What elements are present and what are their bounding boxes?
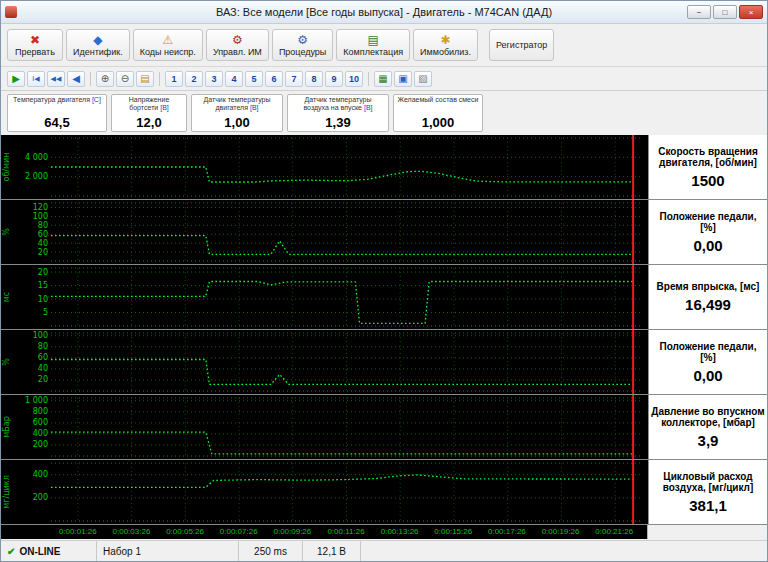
chart-plot-cyclic-air-flow[interactable]: 200400мг/цикл xyxy=(1,460,648,524)
equipment-button[interactable]: ▤Комплектация xyxy=(336,29,410,61)
main-toolbar: ✖Прервать◆Идентифик.⚠Коды неиспр.⚙Управл… xyxy=(1,24,767,67)
channel-10-button[interactable]: 10 xyxy=(345,71,363,87)
chart-trace xyxy=(51,167,633,182)
channel-6-button[interactable]: 6 xyxy=(265,71,283,87)
y-axis-unit-label: мс xyxy=(2,292,11,302)
toolbar-separator xyxy=(90,72,91,86)
svg-text:40: 40 xyxy=(38,364,48,373)
chart-title: Время впрыска, [мс] xyxy=(657,281,760,293)
copy-page-button[interactable]: ▤ xyxy=(136,71,154,87)
chart-plot-pedal-position-2[interactable]: 20406080100% xyxy=(1,330,648,394)
procedures-button[interactable]: ⚙Процедуры xyxy=(272,29,333,61)
time-label: 0:00:09:26 xyxy=(273,527,311,536)
time-label: 0:00:11:26 xyxy=(327,527,364,536)
save-icon: ▣ xyxy=(398,73,407,84)
save-button[interactable]: ▣ xyxy=(394,71,412,87)
chart-title: Давление во впускном коллекторе, [мбар] xyxy=(651,406,765,429)
status-voltage: 12,1 В xyxy=(303,541,361,561)
chart-plot-engine-speed[interactable]: 2 0004 000об/мин xyxy=(1,135,648,199)
parameter-box-3: Датчик температуры двигателя [В]1,00 xyxy=(191,94,283,132)
record-icon: ▧ xyxy=(418,73,427,84)
interval-label: 250 ms xyxy=(254,546,287,557)
chart-plot-manifold-pressure[interactable]: 2004006008001 000мБар xyxy=(1,395,648,459)
step-back-button[interactable]: ◀ xyxy=(67,71,85,87)
parameter-box-2: Напряжение бортсети [В]12,0 xyxy=(111,94,187,132)
chart-trace xyxy=(51,236,633,255)
procedures-label: Процедуры xyxy=(279,47,326,57)
status-online: ✔ ON-LINE xyxy=(1,541,97,561)
svg-text:800: 800 xyxy=(33,407,48,416)
minimize-button[interactable]: − xyxy=(687,5,711,19)
chart-value: 0,00 xyxy=(693,367,722,384)
abort-icon: ✖ xyxy=(30,34,40,46)
zoom-in-icon: ⊕ xyxy=(101,73,109,84)
svg-text:200: 200 xyxy=(33,440,48,449)
svg-text:2 000: 2 000 xyxy=(25,172,48,181)
skip-start-button[interactable]: Ι◀ xyxy=(27,71,45,87)
rewind-button[interactable]: ◀◀ xyxy=(47,71,65,87)
identify-label: Идентифик. xyxy=(73,47,123,57)
chart-trace xyxy=(51,432,633,454)
svg-text:60: 60 xyxy=(38,230,48,239)
zoom-in-button[interactable]: ⊕ xyxy=(96,71,114,87)
chart-canvas-cyclic-air-flow: 200400мг/цикл xyxy=(1,460,648,524)
parameter-unit: [В] xyxy=(364,104,373,111)
svg-text:400: 400 xyxy=(33,470,48,479)
time-label: 0:00:17:26 xyxy=(488,527,526,536)
online-check-icon: ✔ xyxy=(7,546,15,557)
svg-text:400: 400 xyxy=(33,429,48,438)
record-button[interactable]: ▧ xyxy=(414,71,432,87)
chart-row-pedal-position-2: 20406080100%Положение педали, [%]0,00 xyxy=(1,330,767,395)
channel-2-button[interactable]: 2 xyxy=(185,71,203,87)
export-table-button[interactable]: ▦ xyxy=(374,71,392,87)
channel-9-button[interactable]: 9 xyxy=(325,71,343,87)
parameter-unit: [В] xyxy=(160,104,169,111)
parameter-value: 64,5 xyxy=(44,115,69,130)
identify-button[interactable]: ◆Идентифик. xyxy=(66,29,130,61)
channel-4-button[interactable]: 4 xyxy=(225,71,243,87)
trouble-codes-button[interactable]: ⚠Коды неиспр. xyxy=(133,29,203,61)
trouble-codes-icon: ⚠ xyxy=(162,34,173,46)
svg-text:20: 20 xyxy=(38,248,48,257)
chart-trace xyxy=(51,475,633,488)
channel-5-button[interactable]: 5 xyxy=(245,71,263,87)
channel-7-button[interactable]: 7 xyxy=(285,71,303,87)
chart-plot-injection-time[interactable]: 5101520мс xyxy=(1,265,648,329)
chart-panel-pedal-position-1: Положение педали, [%]0,00 xyxy=(648,200,767,264)
channel-10-label: 10 xyxy=(349,74,359,84)
close-button[interactable]: × xyxy=(739,5,763,19)
maximize-button[interactable]: □ xyxy=(713,5,737,19)
svg-text:40: 40 xyxy=(38,239,48,248)
channel-1-button[interactable]: 1 xyxy=(165,71,183,87)
svg-text:200: 200 xyxy=(33,493,48,502)
chart-row-manifold-pressure: 2004006008001 000мБарДавление во впускно… xyxy=(1,395,767,460)
chart-panel-pedal-position-2: Положение педали, [%]0,00 xyxy=(648,330,767,394)
zoom-out-button[interactable]: ⊖ xyxy=(116,71,134,87)
chart-title: Положение педали, [%] xyxy=(651,341,765,364)
abort-button[interactable]: ✖Прервать xyxy=(7,29,63,61)
chart-plot-pedal-position-1[interactable]: 20406080100120% xyxy=(1,200,648,264)
time-label: 0:00:13:26 xyxy=(381,527,419,536)
recorder-button[interactable]: Регистратор xyxy=(489,29,554,61)
chart-value: 3,9 xyxy=(698,432,719,449)
chart-title: Положение педали, [%] xyxy=(651,211,765,234)
export-table-icon: ▦ xyxy=(378,73,387,84)
zoom-out-icon: ⊖ xyxy=(121,73,129,84)
chart-panel-injection-time: Время впрыска, [мс]16,499 xyxy=(648,265,767,329)
chart-value: 1500 xyxy=(691,172,724,189)
channel-8-button[interactable]: 8 xyxy=(305,71,323,87)
parameter-unit: [С] xyxy=(92,96,101,103)
play-button[interactable]: ▶ xyxy=(7,71,25,87)
actuators-button[interactable]: ⚙Управл. ИМ xyxy=(206,29,269,61)
svg-text:4 000: 4 000 xyxy=(25,153,48,162)
channel-1-label: 1 xyxy=(171,74,176,84)
chart-row-cyclic-air-flow: 200400мг/циклЦикловый расход воздуха, [м… xyxy=(1,460,767,525)
channel-3-button[interactable]: 3 xyxy=(205,71,223,87)
immobilizer-button[interactable]: ✱Иммобилиз. xyxy=(413,29,478,61)
parameter-label: Датчик температуры двигателя [В] xyxy=(195,96,279,112)
time-label: 0:00:07:26 xyxy=(220,527,258,536)
svg-text:100: 100 xyxy=(33,331,48,340)
chart-row-pedal-position-1: 20406080100120%Положение педали, [%]0,00 xyxy=(1,200,767,265)
channel-7-label: 7 xyxy=(291,74,296,84)
time-label: 0:00:05:26 xyxy=(166,527,204,536)
